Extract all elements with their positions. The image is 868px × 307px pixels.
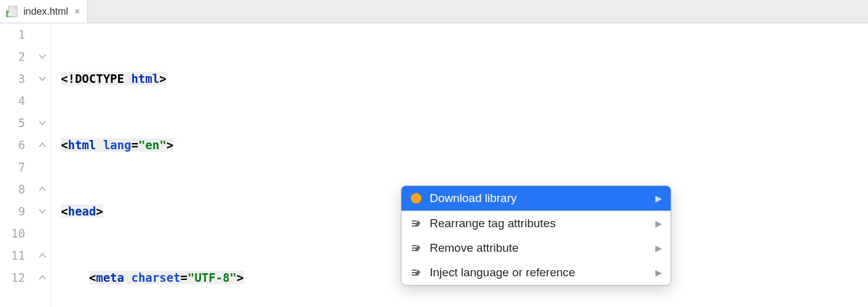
line-number: 2 (0, 45, 25, 68)
line-number: 12 (0, 266, 25, 289)
editor: 1 2 3 4 5 6 7 8 9 10 11 12 <!DOCTYPE htm… (0, 23, 868, 307)
code-line: <!DOCTYPE html> (51, 68, 868, 90)
tab-bar: H index.html × (0, 0, 868, 23)
close-tab-icon[interactable]: × (73, 6, 81, 17)
line-number: 3 (0, 68, 25, 90)
menu-item-inject-language[interactable]: Inject language or reference ▶ (401, 260, 671, 285)
edit-icon (410, 242, 422, 254)
menu-item-rearrange-attributes[interactable]: Rearrange tag attributes ▶ (401, 211, 671, 236)
submenu-arrow-icon: ▶ (655, 193, 662, 203)
fold-open-icon[interactable] (34, 45, 50, 68)
line-number: 7 (0, 156, 25, 178)
line-number: 5 (0, 112, 25, 134)
edit-icon (410, 217, 422, 230)
line-number: 9 (0, 200, 25, 222)
line-number: 10 (0, 222, 25, 244)
file-tab[interactable]: H index.html × (0, 0, 88, 23)
edit-icon (410, 266, 422, 279)
line-number: 6 (0, 134, 25, 156)
fold-open-icon[interactable] (34, 112, 50, 134)
fold-close-icon[interactable] (34, 244, 50, 266)
intention-actions-menu: Download library ▶ Rearrange tag attribu… (401, 185, 671, 286)
fold-close-icon[interactable] (34, 134, 50, 156)
code-line: <html lang="en"> (51, 134, 868, 156)
line-number: 8 (0, 178, 25, 200)
fold-open-icon[interactable] (34, 200, 50, 222)
line-number-gutter: 1 2 3 4 5 6 7 8 9 10 11 12 (0, 23, 34, 307)
submenu-arrow-icon: ▶ (655, 243, 662, 253)
submenu-arrow-icon: ▶ (655, 219, 662, 228)
line-number: 4 (0, 90, 25, 112)
fold-close-icon[interactable] (34, 266, 50, 289)
menu-item-download-library[interactable]: Download library ▶ (401, 186, 671, 211)
fold-close-icon[interactable] (34, 178, 50, 200)
line-number: 11 (0, 244, 25, 266)
menu-item-remove-attribute[interactable]: Remove attribute ▶ (401, 236, 671, 260)
fold-column (34, 23, 51, 307)
line-number: 1 (0, 23, 25, 45)
submenu-arrow-icon: ▶ (655, 268, 662, 278)
svg-text:H: H (8, 12, 12, 17)
tab-filename: index.html (23, 6, 68, 17)
html-file-icon: H (6, 6, 18, 18)
bulb-icon (410, 192, 422, 204)
fold-open-icon[interactable] (34, 68, 50, 90)
